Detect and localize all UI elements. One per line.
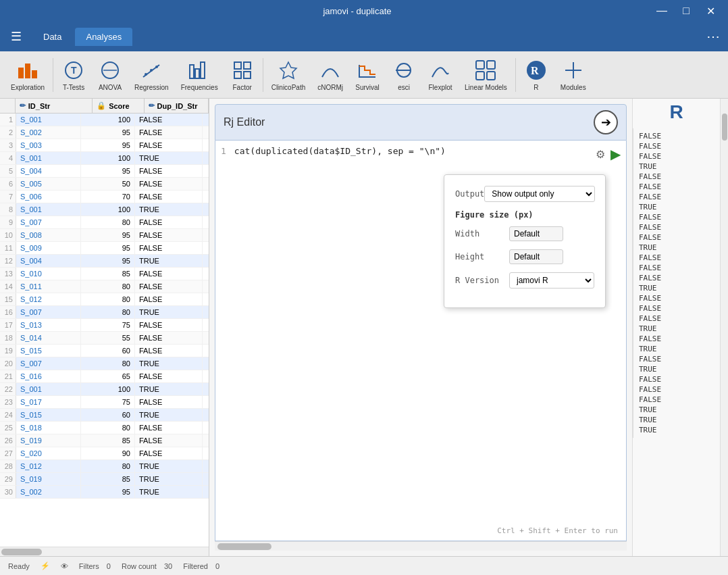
table-row[interactable]: 22 S_001 100 TRUE [0, 383, 209, 396]
rj-run-button[interactable]: ➔ [594, 110, 618, 134]
cell-dup: FALSE [135, 280, 203, 293]
toolbar-linear-models[interactable]: Linear Models [459, 55, 513, 94]
row-number: 8 [0, 203, 16, 216]
toolbar-factor[interactable]: Factor [225, 55, 260, 94]
toolbar-survival[interactable]: Survival [350, 55, 385, 94]
table-row[interactable]: 24 S_015 60 TRUE [0, 409, 209, 422]
svg-point-10 [155, 66, 158, 68]
col-id-label: ID_Str [28, 102, 50, 110]
table-row[interactable]: 2 S_002 95 FALSE [0, 126, 209, 139]
cell-dup: TRUE [135, 255, 203, 267]
cell-id: S_007 [16, 357, 81, 370]
toolbar-anova[interactable]: ANOVA [93, 55, 128, 94]
table-row[interactable]: 13 S_010 85 FALSE [0, 268, 209, 280]
toolbar-r[interactable]: R R [519, 55, 554, 94]
settings-gear-button[interactable]: ⚙ [596, 148, 605, 161]
table-row[interactable]: 20 S_007 80 TRUE [0, 357, 209, 370]
toolbar-flexplot[interactable]: Flexplot [423, 55, 458, 94]
toolbar-exploration[interactable]: Exploration [5, 55, 50, 94]
toolbar-esci[interactable]: esci [386, 55, 421, 94]
grid-body[interactable]: 1 S_001 100 FALSE 2 S_002 95 FALSE 3 S_0… [0, 114, 209, 547]
maximize-button[interactable]: □ [677, 1, 696, 20]
cell-dup: FALSE [135, 396, 203, 408]
table-row[interactable]: 29 S_019 85 TRUE [0, 473, 209, 486]
hamburger-menu[interactable]: ☰ [5, 26, 27, 47]
table-row[interactable]: 17 S_013 75 FALSE [0, 319, 209, 332]
table-row[interactable]: 27 S_020 90 FALSE [0, 447, 209, 460]
code-editor[interactable]: 1 cat(duplicated(data$ID_Str), sep = "\n… [215, 141, 627, 541]
height-input[interactable] [509, 249, 563, 264]
table-row[interactable]: 3 S_003 95 FALSE [0, 139, 209, 152]
col-header-id[interactable]: ✏ ID_Str [16, 99, 93, 113]
r-scrollbar[interactable] [720, 99, 728, 556]
scrollbar-thumb[interactable] [1, 549, 42, 555]
table-row[interactable]: 19 S_015 60 FALSE [0, 345, 209, 357]
row-number: 20 [0, 357, 16, 370]
output-select[interactable]: Show output onlyShow source and outputSh… [484, 186, 595, 202]
table-row[interactable]: 28 S_012 80 TRUE [0, 460, 209, 473]
width-input[interactable] [509, 226, 563, 241]
cell-id: S_014 [16, 332, 81, 344]
grid-horizontal-scrollbar[interactable] [0, 547, 209, 556]
table-row[interactable]: 9 S_007 80 FALSE [0, 216, 209, 229]
toolbar-t-tests[interactable]: T T-Tests [56, 55, 91, 94]
table-row[interactable]: 30 S_002 95 TRUE [0, 486, 209, 499]
table-row[interactable]: 14 S_011 80 FALSE [0, 280, 209, 293]
r-output-line: TRUE [636, 161, 718, 172]
table-row[interactable]: 21 S_016 65 FALSE [0, 370, 209, 383]
table-row[interactable]: 26 S_019 85 FALSE [0, 434, 209, 447]
r-version-select[interactable]: jamovi RSystem R [509, 272, 594, 289]
table-row[interactable]: 12 S_004 95 TRUE [0, 255, 209, 268]
col-header-score[interactable]: 🔒 Score [93, 99, 144, 113]
toolbar-clinicopath[interactable]: ClinicoPath [266, 55, 311, 94]
toolbar-frequencies[interactable]: Frequencies [176, 55, 224, 94]
table-row[interactable]: 18 S_014 55 FALSE [0, 332, 209, 345]
table-row[interactable]: 8 S_001 100 TRUE [0, 203, 209, 216]
row-count-value: 30 [164, 562, 172, 570]
table-row[interactable]: 7 S_006 70 FALSE [0, 191, 209, 203]
toolbar-cnormj[interactable]: cNORMj [312, 55, 348, 94]
svg-rect-2 [32, 70, 37, 78]
row-number: 19 [0, 345, 16, 357]
tab-analyses[interactable]: Analyses [75, 28, 132, 46]
window-controls: — □ ✕ [652, 1, 720, 20]
r-output-line: FALSE [636, 141, 718, 151]
run-code-button[interactable]: ▶ [610, 146, 621, 162]
table-row[interactable]: 4 S_001 100 TRUE [0, 152, 209, 165]
cell-score: 65 [81, 370, 135, 382]
cell-score: 80 [81, 357, 135, 370]
table-row[interactable]: 1 S_001 100 FALSE [0, 114, 209, 126]
svg-rect-13 [201, 62, 205, 78]
cell-dup: FALSE [135, 268, 203, 280]
col-header-dup[interactable]: ✏ Dup_ID_Str [145, 99, 209, 113]
close-button[interactable]: ✕ [701, 1, 720, 20]
cell-dup: FALSE [135, 114, 203, 126]
r-scroll-thumb[interactable] [722, 114, 727, 141]
table-row[interactable]: 23 S_017 75 FALSE [0, 396, 209, 409]
toolbar-modules[interactable]: Modules [555, 55, 592, 94]
editor-bottom-scrollbar[interactable] [215, 541, 627, 551]
r-output-line: FALSE [636, 151, 718, 161]
cell-score: 95 [81, 126, 135, 139]
table-row[interactable]: 5 S_004 95 FALSE [0, 165, 209, 178]
cell-score: 55 [81, 332, 135, 344]
more-options-button[interactable]: ⋯ [704, 28, 723, 45]
minimize-button[interactable]: — [652, 1, 671, 20]
table-row[interactable]: 25 S_018 80 FALSE [0, 422, 209, 434]
svg-rect-17 [244, 72, 251, 78]
r-output-line: FALSE [636, 395, 718, 405]
table-row[interactable]: 15 S_012 80 FALSE [0, 293, 209, 306]
table-row[interactable]: 16 S_007 80 TRUE [0, 306, 209, 319]
r-output-line: TRUE [636, 283, 718, 293]
table-row[interactable]: 11 S_009 95 FALSE [0, 242, 209, 255]
editor-scroll-thumb[interactable] [217, 543, 271, 550]
table-row[interactable]: 6 S_005 50 FALSE [0, 178, 209, 191]
eye-icon: 👁 [61, 562, 68, 570]
table-row[interactable]: 10 S_008 95 FALSE [0, 229, 209, 242]
cell-dup: TRUE [135, 203, 203, 216]
cell-score: 75 [81, 396, 135, 408]
toolbar-regression[interactable]: Regression [129, 55, 174, 94]
r-output-line: TRUE [636, 324, 718, 334]
tab-data[interactable]: Data [32, 28, 72, 46]
svg-rect-1 [25, 64, 30, 78]
